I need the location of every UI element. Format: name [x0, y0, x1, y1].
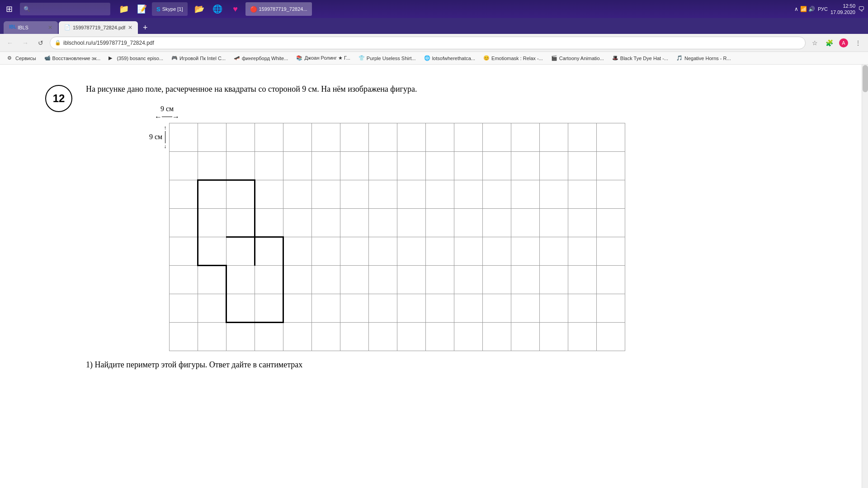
grid-row-1 [170, 151, 625, 180]
bookmark-fingerboard[interactable]: 🛹 фингерборд White... [230, 53, 292, 63]
bookmark-cartoony[interactable]: 🎬 Cartoony Animatio... [547, 53, 608, 63]
bookmark-rowling[interactable]: 📚 Джоан Ролинг ★ Г... [292, 53, 354, 63]
cell-1-8 [397, 151, 426, 180]
cell-5-15 [597, 265, 625, 294]
taskbar-app-hearts[interactable]: ♥ [227, 1, 244, 17]
browser-tab-ibls[interactable]: IBL IBLS ✕ [4, 21, 58, 34]
bookmark-horns[interactable]: 🎵 Negative Horns - R... [673, 53, 735, 63]
forward-button[interactable]: → [19, 37, 32, 49]
cell-3-12 [511, 208, 540, 237]
pdf-favicon: 📄 [64, 24, 71, 31]
cell-1-10 [454, 151, 483, 180]
bookmark-emotiomask[interactable]: 😊 Emotiomask : Relax -... [480, 53, 547, 63]
taskbar: ⊞ 🔍 📁 📝 S Skype [1] 📂 🌐 ♥ 🔴 1599787719_7… [0, 0, 868, 18]
cell-2-14 [568, 180, 597, 208]
bookmark-gaming[interactable]: 🎮 Игровой Пк Intel С... [168, 53, 229, 63]
start-button[interactable]: ⊞ [0, 0, 18, 18]
bookmark-video[interactable]: ▶ (359) bosanc episo... [105, 53, 167, 63]
bookmark-restore[interactable]: 📹 Восстановление эк... [41, 53, 104, 63]
cell-0-3 [255, 123, 283, 151]
cell-2-9 [426, 180, 454, 208]
top-dimension: 9 см ← → [153, 105, 181, 121]
cell-5-13 [540, 265, 568, 294]
ibls-tab-title: IBLS [18, 25, 28, 30]
bookmark-services[interactable]: ⚙ Сервисы [4, 53, 40, 63]
bookmark-purple[interactable]: 👕 Purple Useless Shirt... [355, 53, 420, 63]
cell-0-4 [283, 123, 312, 151]
refresh-button[interactable]: ↺ [34, 37, 47, 49]
bookmark-purple-label: Purple Useless Shirt... [367, 56, 416, 61]
scrollbar[interactable] [862, 65, 868, 488]
grid-row-4 [170, 237, 625, 265]
cell-1-11 [483, 151, 511, 180]
taskbar-tab-chrome[interactable]: 🔴 1599787719_72824... [245, 2, 312, 16]
taskbar-tab-skype[interactable]: S Skype [1] [152, 2, 188, 16]
cell-7-15 [597, 322, 625, 351]
cell-6-13 [540, 294, 568, 322]
cell-2-1 [198, 180, 226, 208]
bookmark-lots[interactable]: 🌐 lotsofwherethatca... [420, 53, 479, 63]
cell-4-14 [568, 237, 597, 265]
cell-6-9 [426, 294, 454, 322]
cell-6-4 [283, 294, 312, 322]
bookmark-hat-label: Black Tye Dye Hat -... [620, 56, 668, 61]
star-button[interactable]: ☆ [808, 37, 821, 49]
cell-3-13 [540, 208, 568, 237]
cell-1-6 [340, 151, 369, 180]
cell-5-6 [340, 265, 369, 294]
extensions-button[interactable]: 🧩 [823, 37, 835, 49]
taskbar-app-edge[interactable]: 🌐 [209, 1, 226, 17]
cell-3-11 [483, 208, 511, 237]
account-button[interactable]: A [837, 37, 850, 49]
cell-0-12 [511, 123, 540, 151]
taskbar-app-folder[interactable]: 📂 [191, 1, 208, 17]
cell-3-14 [568, 208, 597, 237]
search-icon: 🔍 [24, 6, 30, 12]
back-button[interactable]: ← [4, 37, 16, 49]
cell-7-7 [369, 322, 397, 351]
grid-row-6 [170, 294, 625, 322]
cell-7-3 [255, 322, 283, 351]
cell-6-8 [397, 294, 426, 322]
account-icon: A [839, 38, 848, 47]
system-icons: ∧ 📶 🔊 [794, 6, 815, 12]
cell-1-9 [426, 151, 454, 180]
cell-4-1 [198, 237, 226, 265]
scrollbar-thumb[interactable] [863, 65, 868, 92]
cell-5-3 [255, 265, 283, 294]
page-content: 12 На рисунке дано поле, расчерченное на… [0, 65, 868, 488]
cell-4-0 [170, 237, 198, 265]
cartoony-favicon: 🎬 [551, 55, 557, 61]
cell-5-0 [170, 265, 198, 294]
grid-row-0 [170, 123, 625, 151]
address-bar[interactable]: 🔒 iblschool.ru/u/1599787719_72824.pdf [50, 37, 806, 49]
horns-favicon: 🎵 [676, 55, 683, 61]
ibls-tab-close[interactable]: ✕ [45, 24, 52, 31]
rowling-favicon: 📚 [296, 55, 302, 61]
cell-5-9 [426, 265, 454, 294]
menu-button[interactable]: ⋮ [852, 37, 864, 49]
cell-1-7 [369, 151, 397, 180]
down-arrow-v: ↓ [164, 143, 166, 150]
cell-0-13 [540, 123, 568, 151]
cell-3-4 [283, 208, 312, 237]
new-tab-button[interactable]: + [139, 21, 151, 34]
taskbar-search[interactable]: 🔍 [20, 3, 110, 15]
cell-7-0 [170, 322, 198, 351]
taskbar-app-notepad[interactable]: 📝 [134, 1, 150, 17]
diagram-layout: 9 см ← → 9 см [149, 105, 823, 351]
cell-7-9 [426, 322, 454, 351]
taskbar-app-explorer[interactable]: 📁 [116, 1, 132, 17]
cell-7-10 [454, 322, 483, 351]
cell-5-1 [198, 265, 226, 294]
bookmark-black-hat[interactable]: 🎩 Black Tye Dye Hat -... [609, 53, 672, 63]
pdf-tab-close[interactable]: ✕ [125, 24, 132, 31]
bookmark-rowling-label: Джоан Ролинг ★ Г... [304, 55, 350, 61]
problem-container: 12 На рисунке дано поле, расчерченное на… [45, 83, 823, 370]
cell-4-4 [283, 237, 312, 265]
cell-0-6 [340, 123, 369, 151]
arrow-line-v [165, 131, 165, 143]
bookmark-lots-label: lotsofwherethatca... [432, 56, 475, 61]
cell-6-5 [312, 294, 340, 322]
browser-tab-pdf[interactable]: 📄 1599787719_72824.pdf ✕ [59, 21, 138, 34]
